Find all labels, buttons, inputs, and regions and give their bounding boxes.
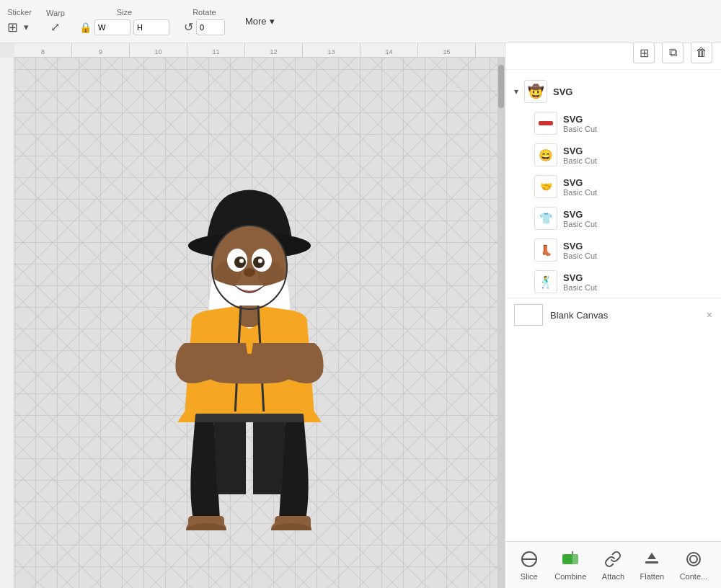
layer-item-1[interactable]: SVG Basic Cut: [505, 107, 721, 139]
layer-info-3: SVG Basic Cut: [563, 177, 597, 197]
layers-list: ▾ 🤠 SVG SVG Basic Cut 😄 SVG: [505, 70, 721, 541]
ruler-left: [0, 58, 14, 588]
svg-point-11: [244, 268, 255, 277]
contour-button[interactable]: Conte...: [680, 549, 708, 581]
sticker-group: Sticker ⊞ ▾: [7, 8, 32, 35]
layer-name-4: SVG: [563, 209, 597, 220]
combine-button[interactable]: Combine: [554, 549, 586, 581]
layer-info-5: SVG Basic Cut: [563, 241, 597, 260]
size-group: Size 🔒: [79, 8, 169, 35]
layer-info-6: SVG Basic Cut: [563, 272, 597, 292]
bottom-toolbar: Slice Combine Attach: [505, 541, 721, 588]
layer-thumb-5: 👢: [534, 239, 557, 262]
more-label: More: [245, 16, 267, 27]
blank-canvas-close-icon[interactable]: ×: [707, 309, 712, 321]
attach-label: Attach: [602, 572, 624, 581]
layer-thumb-1: [534, 112, 557, 135]
blank-canvas-item[interactable]: Blank Canvas ×: [505, 298, 721, 331]
layer-type-3: Basic Cut: [563, 188, 597, 197]
svg-point-10: [258, 259, 262, 263]
group-info: SVG: [553, 86, 572, 97]
canvas-work-area[interactable]: [14, 58, 505, 588]
slice-label: Slice: [521, 572, 538, 581]
right-panel: Layers Color Sync × ⊞ ⧉ 🗑 ▾ 🤠 SVG: [505, 0, 721, 588]
delete-layer-button[interactable]: 🗑: [691, 42, 712, 63]
layer-info-2: SVG Basic Cut: [563, 146, 597, 165]
vertical-scrollbar[interactable]: [497, 58, 505, 588]
sticker-label: Sticker: [7, 8, 32, 17]
size-w-input[interactable]: [94, 19, 131, 35]
warp-group: Warp ⤢: [46, 9, 65, 34]
group-thumb: 🤠: [524, 80, 547, 103]
layer-item-4[interactable]: 👕 SVG Basic Cut: [505, 202, 721, 234]
layer-thumb-2: 😄: [534, 143, 557, 166]
layer-item-6[interactable]: 🕺 SVG Basic Cut: [505, 266, 721, 298]
flatten-button[interactable]: Flatten: [640, 549, 665, 581]
mascot-image[interactable]: [134, 112, 365, 533]
thumb-shape-arms: 🤝: [540, 181, 552, 192]
add-layer-button[interactable]: ⊞: [633, 42, 655, 63]
svg-rect-26: [568, 554, 578, 564]
size-h-input[interactable]: [133, 19, 169, 35]
ruler-mark-9: 9: [72, 43, 130, 57]
layer-item-3[interactable]: 🤝 SVG Basic Cut: [505, 171, 721, 202]
rotate-input[interactable]: [196, 19, 225, 35]
rotate-icon: ↺: [184, 20, 193, 34]
size-label: Size: [117, 8, 132, 17]
layer-item-2[interactable]: 😄 SVG Basic Cut: [505, 139, 721, 171]
sticker-icon: ⊞: [7, 19, 18, 35]
flatten-icon: [642, 549, 662, 569]
add-icon: ⊞: [640, 46, 649, 60]
layer-thumb-6: 🕺: [534, 270, 557, 293]
layer-name-5: SVG: [563, 241, 597, 251]
slice-icon: [519, 549, 539, 569]
layer-item-5[interactable]: 👢 SVG Basic Cut: [505, 234, 721, 266]
thumb-shape-black: 🕺: [539, 275, 553, 289]
thumb-shape-brown: 👢: [540, 244, 552, 256]
chevron-down-icon: ▾: [514, 86, 518, 97]
ruler-mark-15: 15: [418, 43, 476, 57]
layer-info-1: SVG Basic Cut: [563, 114, 597, 133]
rotate-group: Rotate ↺: [184, 8, 225, 35]
ruler-mark-12: 12: [245, 43, 303, 57]
layer-type-6: Basic Cut: [563, 283, 597, 292]
duplicate-layer-button[interactable]: ⧉: [662, 42, 684, 63]
canvas-area: 8 9 10 11 12 13 14 15: [0, 43, 505, 588]
combine-label: Combine: [554, 572, 586, 581]
attach-icon: [603, 549, 623, 569]
rotate-label: Rotate: [193, 8, 216, 17]
ruler-mark-14: 14: [360, 43, 418, 57]
more-chevron-icon: ▾: [270, 16, 275, 27]
svg-rect-28: [645, 561, 658, 564]
layer-name-2: SVG: [563, 146, 597, 156]
ruler-mark-13: 13: [303, 43, 360, 57]
ruler-mark-11: 11: [187, 43, 245, 57]
warp-icon: ⤢: [50, 20, 60, 34]
group-name: SVG: [553, 86, 572, 97]
contour-icon: [684, 549, 704, 569]
svg-point-29: [687, 553, 700, 566]
layer-info-4: SVG Basic Cut: [563, 209, 597, 228]
layer-thumb-4: 👕: [534, 207, 557, 230]
flatten-label: Flatten: [640, 572, 665, 581]
contour-label: Conte...: [680, 572, 708, 581]
svg-point-9: [239, 259, 244, 263]
attach-button[interactable]: Attach: [602, 549, 624, 581]
layer-type-1: Basic Cut: [563, 125, 597, 133]
ruler-top: 8 9 10 11 12 13 14 15: [14, 43, 505, 58]
ruler-mark-10: 10: [130, 43, 187, 57]
layer-group-header[interactable]: ▾ 🤠 SVG: [505, 76, 721, 107]
more-button[interactable]: More ▾: [239, 13, 280, 30]
layer-thumb-3: 🤝: [534, 175, 557, 198]
layer-name-6: SVG: [563, 272, 597, 283]
ruler-mark-8: 8: [14, 43, 72, 57]
duplicate-icon: ⧉: [669, 46, 677, 59]
delete-icon: 🗑: [696, 46, 707, 59]
layer-type-5: Basic Cut: [563, 251, 597, 260]
thumb-shape-red: [539, 121, 553, 125]
slice-button[interactable]: Slice: [519, 549, 539, 581]
blank-canvas-thumb: [514, 304, 543, 326]
sticker-down-btn[interactable]: ▾: [21, 20, 32, 34]
lock-icon: 🔒: [79, 22, 92, 33]
scroll-thumb[interactable]: [498, 65, 504, 108]
